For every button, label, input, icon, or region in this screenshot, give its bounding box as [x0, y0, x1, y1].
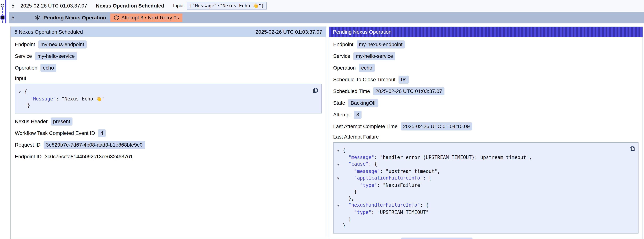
panel-pending-nexus-operation: Pending Nexus Operation Endpoint my-nexu… [329, 26, 643, 239]
json-line: "Message": "Nexus Echo 👋" [15, 96, 310, 102]
json-line-text: { [24, 88, 27, 96]
field-row: Attempt 3 [333, 110, 638, 119]
field-value-badge: echo [40, 64, 56, 72]
timeline-rail [0, 0, 8, 24]
json-line-text: }, [343, 195, 354, 202]
event-timestamp: 2025-02-26 UTC 01:03:37.07 [20, 3, 87, 9]
field-label: Operation [15, 65, 37, 71]
event-input-label: Input [173, 3, 184, 8]
field-value-badge: 0s [398, 76, 409, 84]
field-label: Schedule To Close Timeout [333, 77, 396, 82]
field-label: Nexus Header [15, 118, 48, 124]
field-row: Operation echo [333, 64, 638, 72]
json-lines: ∨{ "Message": "Nexus Echo 👋" } [15, 88, 310, 109]
json-line: }, [334, 195, 626, 202]
failure-json-viewer: ∨{ "message": "handler error (UPSTREAM_T… [333, 142, 638, 234]
json-line: "message": "handler error (UPSTREAM_TIME… [334, 154, 626, 161]
field-label: Scheduled Time [333, 88, 370, 94]
field-row: Service my-hello-service [333, 52, 638, 60]
field-value-badge: present [51, 118, 72, 126]
event-id-link[interactable]: 5 [12, 15, 14, 21]
timeline-node-hollow-circle-icon[interactable] [1, 4, 4, 8]
field-label: Endpoint ID [15, 154, 42, 160]
field-list: Endpoint my-nexus-endpoint Service my-he… [333, 40, 638, 130]
field-label: Service [15, 53, 32, 59]
json-line-gutter [334, 188, 343, 195]
event-id-link[interactable]: 5 [12, 3, 14, 9]
panel-timestamp: 2025-02-26 UTC 01:03:37.07 [256, 29, 322, 35]
field-label: Endpoint [15, 42, 35, 48]
retry-icon [114, 15, 119, 21]
detail-panels: 5 Nexus Operation Scheduled 2025-02-26 U… [10, 26, 643, 239]
copy-icon[interactable] [312, 87, 319, 94]
json-line-text: "message": "handler error (UPSTREAM_TIME… [343, 154, 532, 161]
panel-header: 5 Nexus Operation Scheduled 2025-02-26 U… [11, 27, 326, 37]
copy-icon[interactable] [628, 145, 636, 152]
field-label: Last Attempt Complete Time [333, 124, 398, 130]
json-line-gutter [334, 168, 343, 174]
panel-title: 5 Nexus Operation Scheduled [14, 29, 83, 35]
field-label: State [333, 100, 345, 106]
field-row: Service my-hello-service [15, 52, 322, 60]
event-title: Nexus Operation Scheduled [96, 3, 164, 9]
field-row: State BackingOff [333, 99, 638, 107]
json-line: } [334, 188, 626, 195]
panel-nexus-operation-scheduled: 5 Nexus Operation Scheduled 2025-02-26 U… [10, 26, 326, 239]
json-line: } [334, 222, 626, 229]
json-line: ∨{ [334, 147, 626, 154]
field-list: Next Attempt Schedule Time 2025-02-26 UT… [333, 237, 638, 239]
json-lines: ∨{ "message": "handler error (UPSTREAM_T… [334, 147, 626, 229]
chevron-down-icon[interactable]: ∨ [334, 202, 343, 209]
event-input-preview-badge[interactable]: {"Message":"Nexus Echo 👋"} [187, 2, 266, 10]
field-row: Nexus Header present [15, 117, 322, 126]
field-value-badge: 3e829b7e-7d67-4b08-aad3-b1e868bfe9e0 [44, 141, 145, 149]
field-row: Last Attempt Complete Time 2025-02-26 UT… [333, 122, 638, 130]
chevron-down-icon[interactable]: ∨ [334, 161, 343, 168]
field-row: Next Attempt Schedule Time 2025-02-26 UT… [333, 237, 638, 239]
field-label: Service [333, 53, 350, 59]
failure-section-label: Last Attempt Failure [333, 134, 638, 140]
json-line-text: } [343, 216, 351, 222]
retry-badge-label: Attempt 3 • Next Retry 0s [121, 15, 179, 21]
json-line-text: } [343, 188, 357, 195]
event-history-rows: 5 2025-02-26 UTC 01:03:37.07 Nexus Opera… [8, 0, 644, 24]
field-value-link[interactable]: 3c0c75ccfa8144b092c13ce632463761 [45, 154, 133, 160]
json-line: "message": "upstream timeout", [334, 168, 626, 174]
event-row-pending-nexus-operation[interactable]: 5 Pending Nexus Operation Attempt 3 • Ne… [8, 12, 644, 24]
field-row: Endpoint my-nexus-endpoint [15, 40, 322, 48]
asterisk-pending-icon [34, 14, 41, 21]
field-label: Attempt [333, 112, 351, 118]
panel-header: Pending Nexus Operation [329, 27, 642, 37]
json-line-text: } [343, 222, 346, 229]
field-value-badge: echo [359, 64, 375, 72]
json-line: } [334, 216, 626, 222]
field-value-badge: my-nexus-endpoint [38, 40, 86, 48]
json-line-text: "cause": { [343, 161, 377, 168]
json-line: ∨ "nexusHandlerFailureInfo": { [334, 202, 626, 209]
chevron-down-icon[interactable]: ∨ [334, 147, 343, 154]
json-line: "type": "UPSTREAM_TIMEOUT" [334, 209, 626, 216]
chevron-down-icon[interactable]: ∨ [334, 174, 343, 182]
field-row: Scheduled Time 2025-02-26 UTC 01:03:37.0… [333, 87, 638, 95]
field-row: Endpoint my-nexus-endpoint [333, 40, 638, 48]
json-line-text: "type": "NexusFailure" [343, 182, 423, 188]
chevron-down-icon[interactable]: ∨ [15, 88, 24, 96]
timeline-active-bar [5, 0, 6, 24]
json-line-text: "applicationFailureInfo": { [343, 174, 432, 182]
field-value-badge: 2025-02-26 UTC 01:04:13.93 [401, 238, 472, 239]
json-line: ∨{ [15, 88, 310, 96]
json-line-gutter [15, 102, 24, 109]
json-line-text: "nexusHandlerFailureInfo": { [343, 202, 429, 209]
field-label: Endpoint [333, 42, 354, 48]
timeline-node-filled-circle-icon[interactable] [1, 16, 4, 19]
json-line-text: "message": "upstream timeout", [343, 168, 440, 174]
field-label: Operation [333, 65, 356, 71]
field-row: Workflow Task Completed Event ID 4 [15, 129, 322, 137]
json-line-text: "Message": "Nexus Echo 👋" [24, 96, 105, 102]
event-row-nexus-operation-scheduled[interactable]: 5 2025-02-26 UTC 01:03:37.07 Nexus Opera… [8, 0, 644, 12]
field-value-badge: 2025-02-26 UTC 01:03:37.07 [373, 87, 444, 95]
json-line: "type": "NexusFailure" [334, 182, 626, 188]
field-value-badge: 3 [354, 111, 362, 119]
field-row: Operation echo [15, 64, 322, 72]
field-value-badge: my-hello-service [35, 52, 77, 60]
